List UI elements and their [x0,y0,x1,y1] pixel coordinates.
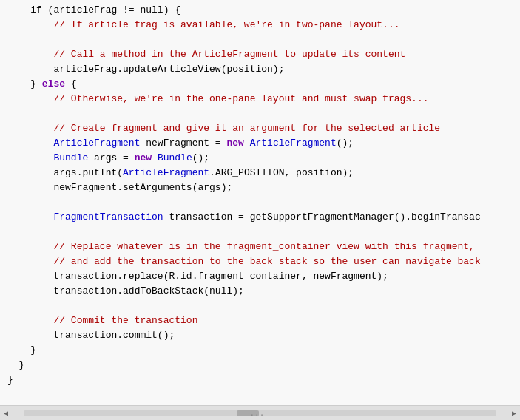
code-text: } else { [0,77,77,92]
token: articleFrag.updateArticleView(position); [53,64,284,75]
token: transaction.addToBackStack(null); [53,285,243,297]
code-text: } [0,358,24,373]
token: ArticleFragment [123,167,209,178]
token: FragmentTransaction [53,211,163,223]
code-text: newFragment.setArguments(args); [0,180,232,195]
token: } [30,345,36,356]
token: newFragment.setArguments(args); [53,182,232,193]
token: transaction = getSupportFragmentManager(… [163,211,481,223]
code-text: // Commit the transaction [0,314,197,328]
code-line: args.putInt(ArticleFragment.ARG_POSITION… [0,166,520,180]
code-line: ArticleFragment newFragment = new Articl… [0,136,520,151]
code-line: // and add the transaction to the back s… [0,254,520,269]
code-line: } else { [0,77,520,92]
token: // Replace whatever is in the fragment_c… [53,241,475,252]
code-line: // Replace whatever is in the fragment_c… [0,240,520,254]
token: else [42,78,65,89]
token: ArticleFragment [250,138,337,149]
code-line: transaction.addToBackStack(null); [0,284,520,299]
scrollbar-dots: ... [249,408,264,418]
code-text: // Call a method in the ArticleFragment … [0,47,405,62]
code-line [0,33,520,47]
code-text: } [0,373,13,387]
horizontal-scrollbar[interactable]: ◀ ... ▶ [0,405,520,420]
code-line: transaction.replace(R.id.fragment_contai… [0,269,520,284]
code-line: // If article frag is available, we're i… [0,18,520,33]
token: // Commit the transaction [53,315,197,326]
token: } [7,374,13,385]
code-text: transaction.commit(); [0,328,175,343]
token: new [135,152,152,163]
code-text: // If article frag is available, we're i… [0,18,400,33]
code-text: // Otherwise, we're in the one-pane layo… [0,92,429,106]
code-line: Bundle args = new Bundle(); [0,151,520,166]
token: args = [88,152,134,163]
code-line: // Call a method in the ArticleFragment … [0,47,520,62]
token: } [30,78,42,89]
token: args.putInt( [53,167,123,178]
token: (); [192,152,209,163]
code-text: if (articleFrag != null) { [0,3,180,18]
code-line: } [0,358,520,373]
token: new [226,138,243,149]
code-text: } [0,343,36,358]
token: newFragment = [140,138,226,149]
token: } [19,359,25,370]
code-line: FragmentTransaction transaction = getSup… [0,210,520,225]
token: { [65,78,77,89]
code-line [0,299,520,314]
code-line: if (articleFrag != null) { [0,3,520,18]
token: // Call a method in the ArticleFragment … [53,49,405,60]
code-text: transaction.replace(R.id.fragment_contai… [0,269,388,284]
code-text: Bundle args = new Bundle(); [0,151,209,166]
token [244,138,250,149]
scroll-left-arrow[interactable]: ◀ [0,406,12,421]
code-text: // Create fragment and give it an argume… [0,121,440,136]
token: .ARG_POSITION, position); [209,167,354,178]
scroll-right-arrow[interactable]: ▶ [508,406,520,421]
code-text: FragmentTransaction transaction = getSup… [0,210,481,225]
code-text: // and add the transaction to the back s… [0,254,481,269]
code-text: transaction.addToBackStack(null); [0,284,244,299]
code-line: articleFrag.updateArticleView(position); [0,62,520,77]
code-line: // Otherwise, we're in the one-pane layo… [0,92,520,106]
token: if (articleFrag != null) { [30,4,180,16]
token [152,152,158,163]
code-line [0,195,520,210]
code-text: args.putInt(ArticleFragment.ARG_POSITION… [0,166,354,180]
code-line: transaction.commit(); [0,328,520,343]
code-line: } [0,373,520,387]
token: // and add the transaction to the back s… [53,256,480,267]
token: transaction.commit(); [53,330,175,341]
token: // If article frag is available, we're i… [53,19,399,30]
token: // Otherwise, we're in the one-pane layo… [53,93,428,104]
token: (); [337,138,354,149]
token: Bundle [158,152,192,163]
code-line: newFragment.setArguments(args); [0,180,520,195]
code-line [0,225,520,240]
code-line: } [0,343,520,358]
code-text: articleFrag.updateArticleView(position); [0,62,284,77]
code-text: // Replace whatever is in the fragment_c… [0,240,475,254]
token: ArticleFragment [53,138,140,149]
code-line: // Commit the transaction [0,314,520,328]
code-editor: if (articleFrag != null) { // If article… [0,0,520,405]
code-line [0,106,520,121]
code-line: // Create fragment and give it an argume… [0,121,520,136]
code-text: ArticleFragment newFragment = new Articl… [0,136,354,151]
token: transaction.replace(R.id.fragment_contai… [53,271,388,282]
token: // Create fragment and give it an argume… [53,123,440,134]
token: Bundle [53,152,88,163]
